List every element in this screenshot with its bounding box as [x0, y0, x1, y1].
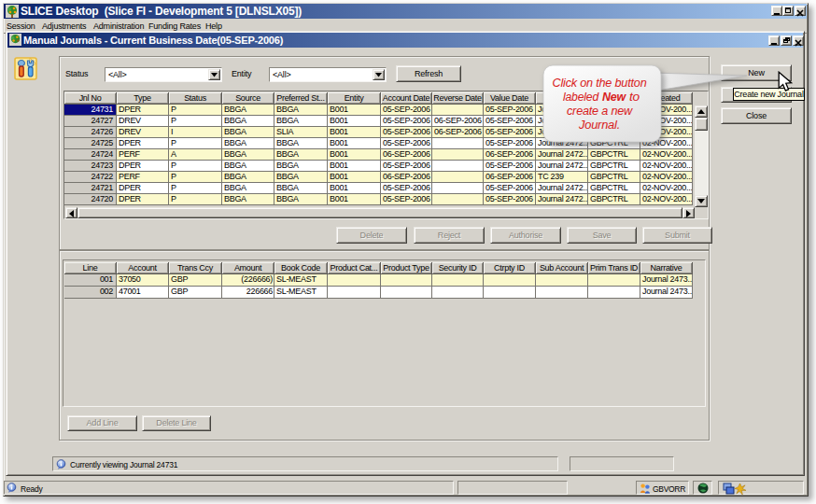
svg-text:New: New: [602, 91, 626, 104]
svg-text:labeled: labeled: [563, 91, 599, 104]
svg-text:create a new: create a new: [567, 105, 633, 118]
svg-text:Journal.: Journal.: [578, 119, 620, 132]
svg-text:Click on the button: Click on the button: [553, 77, 647, 90]
svg-text:to: to: [629, 91, 640, 104]
